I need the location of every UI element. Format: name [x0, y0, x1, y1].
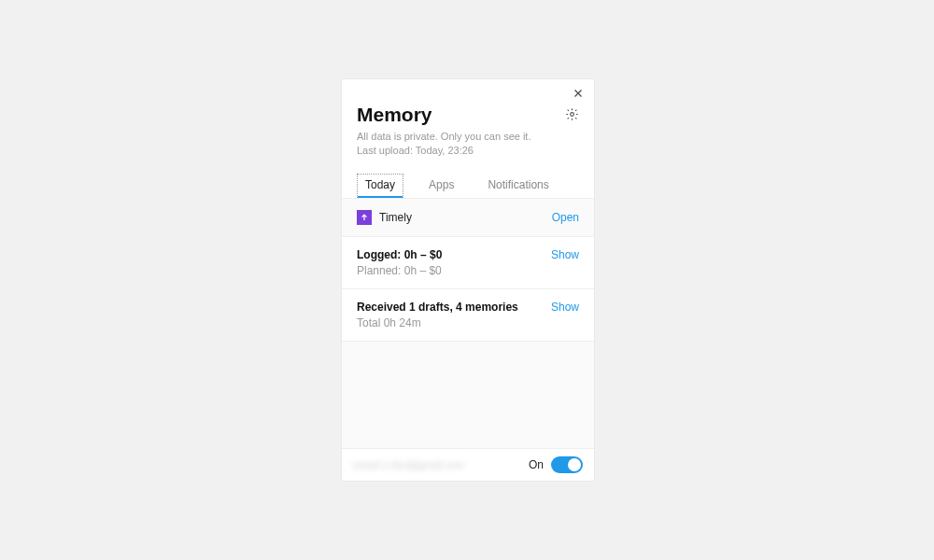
received-sub: Total 0h 24m	[357, 316, 518, 329]
panel-footer: ismail.n.dev@gmail.com On	[342, 448, 594, 481]
tracking-toggle[interactable]	[551, 456, 583, 473]
received-show-link[interactable]: Show	[551, 301, 579, 314]
tab-apps[interactable]: Apps	[420, 174, 462, 198]
last-upload-text: Last upload: Today, 23:26	[357, 144, 565, 158]
app-name-label: Timely	[379, 211, 412, 224]
timely-app-icon	[357, 210, 372, 225]
logged-text-block: Logged: 0h – $0 Planned: 0h – $0	[357, 248, 442, 277]
gear-icon[interactable]	[565, 107, 579, 121]
app-left: Timely	[357, 210, 412, 225]
panel-title: Memory	[357, 104, 565, 126]
logged-main: Logged: 0h – $0	[357, 248, 442, 261]
tab-today[interactable]: Today	[357, 174, 403, 198]
header-text: Memory All data is private. Only you can…	[357, 104, 565, 159]
toggle-label: On	[529, 458, 544, 471]
logged-show-link[interactable]: Show	[551, 248, 579, 261]
open-link[interactable]: Open	[552, 211, 579, 224]
close-row	[342, 79, 594, 100]
svg-point-0	[571, 113, 574, 117]
received-section: Received 1 drafts, 4 memories Total 0h 2…	[342, 289, 594, 342]
app-row: Timely Open	[342, 199, 594, 237]
received-text-block: Received 1 drafts, 4 memories Total 0h 2…	[357, 301, 518, 329]
tab-notifications[interactable]: Notifications	[479, 174, 557, 198]
footer-email: ismail.n.dev@gmail.com	[353, 459, 464, 470]
empty-content-area	[342, 342, 594, 448]
toggle-knob	[568, 458, 581, 471]
logged-section: Logged: 0h – $0 Planned: 0h – $0 Show	[342, 237, 594, 289]
panel-header: Memory All data is private. Only you can…	[342, 100, 594, 168]
footer-toggle-group: On	[529, 456, 583, 473]
tabs-bar: Today Apps Notifications	[342, 168, 594, 199]
received-main: Received 1 drafts, 4 memories	[357, 301, 518, 314]
logged-sub: Planned: 0h – $0	[357, 264, 442, 277]
privacy-text: All data is private. Only you can see it…	[357, 130, 565, 144]
memory-panel: Memory All data is private. Only you can…	[342, 79, 594, 481]
close-icon[interactable]	[572, 87, 585, 100]
